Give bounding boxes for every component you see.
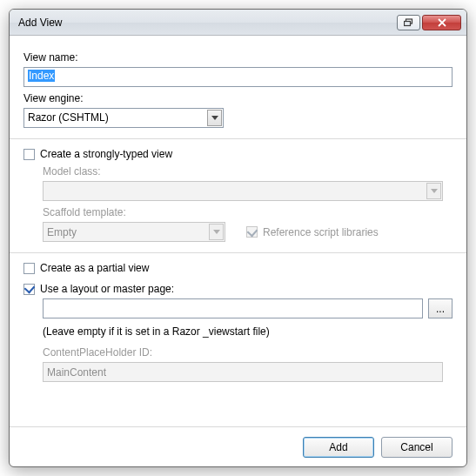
- window-controls: [397, 15, 461, 30]
- model-class-label: Model class:: [43, 165, 453, 178]
- scaffold-template-dropdown-button: [209, 224, 224, 240]
- dialog-window: Add View View name: Index View engine: R…: [9, 9, 467, 467]
- partial-view-row[interactable]: Create as a partial view: [23, 262, 453, 274]
- add-button[interactable]: Add: [303, 437, 374, 458]
- dialog-footer: Add Cancel: [10, 426, 466, 466]
- partial-view-label: Create as a partial view: [40, 262, 149, 274]
- layout-hint: (Leave empty if it is set in a Razor _vi…: [43, 325, 453, 338]
- ref-script-label: Reference script libraries: [263, 226, 379, 238]
- use-layout-label: Use a layout or master page:: [40, 283, 174, 295]
- use-layout-checkbox[interactable]: [23, 284, 35, 295]
- title-bar: Add View: [10, 10, 466, 36]
- view-name-selection: Index: [28, 70, 55, 82]
- view-engine-value: Razor (CSHTML): [23, 108, 224, 128]
- dialog-content: View name: Index View engine: Razor (CSH…: [10, 36, 466, 392]
- browse-layout-button[interactable]: ...: [428, 298, 453, 318]
- window-title: Add View: [18, 17, 397, 29]
- use-layout-row[interactable]: Use a layout or master page:: [23, 283, 453, 295]
- model-class-input: [43, 181, 443, 201]
- chevron-down-icon: [213, 230, 220, 234]
- separator: [10, 138, 466, 139]
- chevron-down-icon: [211, 116, 218, 120]
- view-engine-label: View engine:: [23, 92, 453, 104]
- chevron-down-icon: [431, 189, 438, 193]
- strongly-typed-group: Model class: Scaffold template: Referenc…: [43, 165, 453, 242]
- view-name-label: View name:: [23, 51, 453, 64]
- close-icon: [437, 18, 447, 27]
- restore-button[interactable]: [397, 15, 420, 30]
- strongly-typed-checkbox[interactable]: [23, 149, 35, 160]
- view-name-input[interactable]: [23, 67, 453, 87]
- scaffold-template-input: [43, 222, 225, 242]
- view-engine-dropdown-button[interactable]: [207, 110, 222, 126]
- svg-rect-1: [404, 21, 410, 25]
- ref-script-row: Reference script libraries: [246, 226, 379, 238]
- model-class-dropdown-button: [426, 183, 441, 199]
- separator: [10, 252, 466, 253]
- strongly-typed-row[interactable]: Create a strongly-typed view: [23, 148, 453, 160]
- ref-script-checkbox: [246, 226, 258, 238]
- cph-id-input: [43, 362, 443, 382]
- scaffold-template-combo: [43, 222, 225, 242]
- model-class-combo: [43, 181, 443, 201]
- scaffold-template-label: Scaffold template:: [43, 206, 453, 218]
- layout-group: ... (Leave empty if it is set in a Razor…: [43, 298, 453, 382]
- cancel-button[interactable]: Cancel: [381, 437, 453, 458]
- partial-view-checkbox[interactable]: [23, 263, 35, 274]
- restore-icon: [404, 18, 414, 27]
- layout-path-input[interactable]: [43, 298, 423, 318]
- close-button[interactable]: [422, 15, 461, 30]
- view-engine-combo[interactable]: Razor (CSHTML): [23, 108, 224, 128]
- cph-id-label: ContentPlaceHolder ID:: [43, 346, 453, 359]
- strongly-typed-label: Create a strongly-typed view: [40, 148, 172, 160]
